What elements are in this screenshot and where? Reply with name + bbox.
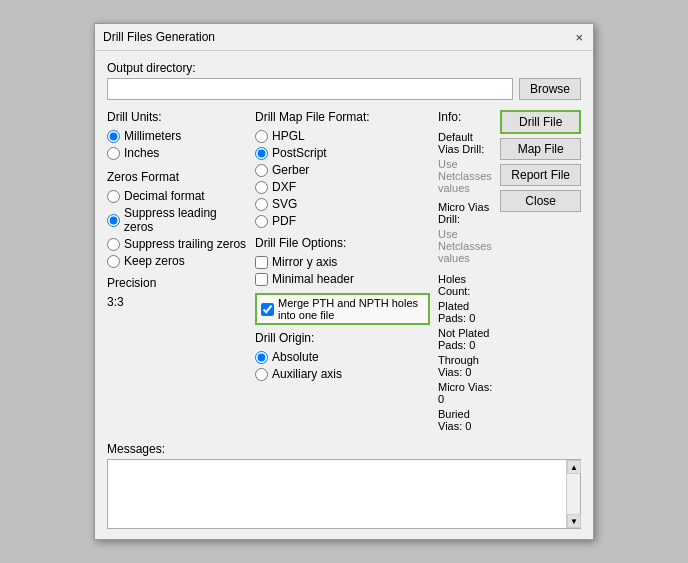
default-vias-value: Use Netclasses values (438, 158, 492, 194)
radio-millimeters[interactable]: Millimeters (107, 129, 247, 143)
right-column-inner: Info: Default Vias Drill: Use Netclasses… (438, 110, 581, 432)
radio-keep-zeros[interactable]: Keep zeros (107, 254, 247, 268)
drill-units-title: Drill Units: (107, 110, 247, 124)
millimeters-label: Millimeters (124, 129, 181, 143)
gerber-label: Gerber (272, 163, 309, 177)
close-button[interactable]: Close (500, 190, 581, 212)
radio-hpgl[interactable]: HPGL (255, 129, 430, 143)
buried-vias: Buried Vias: 0 (438, 408, 492, 432)
merge-pth-npth-label: Merge PTH and NPTH holes into one file (278, 297, 424, 321)
pdf-label: PDF (272, 214, 296, 228)
checkbox-minimal-header[interactable]: Minimal header (255, 272, 430, 286)
scrollbar[interactable]: ▲ ▼ (566, 460, 580, 528)
plated-pads: Plated Pads: 0 (438, 300, 492, 324)
drill-map-title: Drill Map File Format: (255, 110, 430, 124)
suppress-trailing-label: Suppress trailing zeros (124, 237, 246, 251)
radio-dxf[interactable]: DXF (255, 180, 430, 194)
close-icon[interactable]: × (573, 31, 585, 44)
scroll-down-arrow[interactable]: ▼ (567, 514, 581, 528)
precision-value: 3:3 (107, 295, 124, 309)
radio-auxiliary[interactable]: Auxiliary axis (255, 367, 430, 381)
checkbox-merge-pth-npth[interactable]: Merge PTH and NPTH holes into one file (255, 293, 430, 325)
left-column: Drill Units: Millimeters Inches Zeros Fo… (107, 110, 247, 432)
default-vias-label: Default Vias Drill: (438, 131, 492, 155)
radio-gerber[interactable]: Gerber (255, 163, 430, 177)
drill-map-group: HPGL PostScript Gerber DXF (255, 129, 430, 228)
suppress-leading-label: Suppress leading zeros (124, 206, 247, 234)
not-plated-pads: Not Plated Pads: 0 (438, 327, 492, 351)
info-title: Info: (438, 110, 492, 124)
dialog-title: Drill Files Generation (103, 30, 215, 44)
dialog-body: Output directory: Browse Drill Units: Mi… (95, 51, 593, 539)
zeros-format-group: Decimal format Suppress leading zeros Su… (107, 189, 247, 268)
output-dir-label: Output directory: (107, 61, 581, 75)
drill-file-options-title: Drill File Options: (255, 236, 430, 250)
radio-absolute[interactable]: Absolute (255, 350, 430, 364)
drill-origin-title: Drill Origin: (255, 331, 430, 345)
drill-file-button[interactable]: Drill File (500, 110, 581, 134)
micro-vias-label: Micro Vias Drill: (438, 201, 492, 225)
precision-section: Precision 3:3 (107, 276, 247, 309)
drill-units-group: Millimeters Inches (107, 129, 247, 160)
output-dir-row: Browse (107, 78, 581, 100)
drill-origin-section: Drill Origin: Absolute Auxiliary axis (255, 331, 430, 381)
micro-vias-count: Micro Vias: 0 (438, 381, 492, 405)
radio-pdf[interactable]: PDF (255, 214, 430, 228)
browse-button[interactable]: Browse (519, 78, 581, 100)
scroll-up-arrow[interactable]: ▲ (567, 460, 581, 474)
radio-inches[interactable]: Inches (107, 146, 247, 160)
postscript-label: PostScript (272, 146, 327, 160)
holes-count-label: Holes Count: (438, 273, 492, 297)
messages-box: ▲ ▼ (107, 459, 581, 529)
inches-label: Inches (124, 146, 159, 160)
auxiliary-label: Auxiliary axis (272, 367, 342, 381)
drill-files-dialog: Drill Files Generation × Output director… (94, 23, 594, 540)
radio-suppress-trailing[interactable]: Suppress trailing zeros (107, 237, 247, 251)
precision-title: Precision (107, 276, 247, 290)
info-section: Info: Default Vias Drill: Use Netclasses… (438, 110, 492, 432)
radio-decimal[interactable]: Decimal format (107, 189, 247, 203)
middle-column: Drill Map File Format: HPGL PostScript G… (255, 110, 430, 432)
mirror-y-label: Mirror y axis (272, 255, 337, 269)
map-file-button[interactable]: Map File (500, 138, 581, 160)
messages-section: Messages: ▲ ▼ (107, 442, 581, 529)
action-buttons: Drill File Map File Report File Close (500, 110, 581, 432)
decimal-label: Decimal format (124, 189, 205, 203)
report-file-button[interactable]: Report File (500, 164, 581, 186)
minimal-header-label: Minimal header (272, 272, 354, 286)
radio-suppress-leading[interactable]: Suppress leading zeros (107, 206, 247, 234)
radio-svg[interactable]: SVG (255, 197, 430, 211)
checkbox-mirror-y[interactable]: Mirror y axis (255, 255, 430, 269)
drill-origin-group: Absolute Auxiliary axis (255, 350, 430, 381)
title-bar: Drill Files Generation × (95, 24, 593, 51)
svg-label: SVG (272, 197, 297, 211)
dxf-label: DXF (272, 180, 296, 194)
right-column: Info: Default Vias Drill: Use Netclasses… (438, 110, 581, 432)
main-content: Drill Units: Millimeters Inches Zeros Fo… (107, 110, 581, 432)
output-dir-section: Output directory: Browse (107, 61, 581, 100)
absolute-label: Absolute (272, 350, 319, 364)
zeros-format-title: Zeros Format (107, 170, 247, 184)
keep-zeros-label: Keep zeros (124, 254, 185, 268)
hpgl-label: HPGL (272, 129, 305, 143)
radio-postscript[interactable]: PostScript (255, 146, 430, 160)
micro-vias-value: Use Netclasses values (438, 228, 492, 264)
drill-file-options-group: Mirror y axis Minimal header Merge PTH a… (255, 255, 430, 325)
output-dir-input[interactable] (107, 78, 513, 100)
messages-label: Messages: (107, 442, 581, 456)
through-vias: Through Vias: 0 (438, 354, 492, 378)
